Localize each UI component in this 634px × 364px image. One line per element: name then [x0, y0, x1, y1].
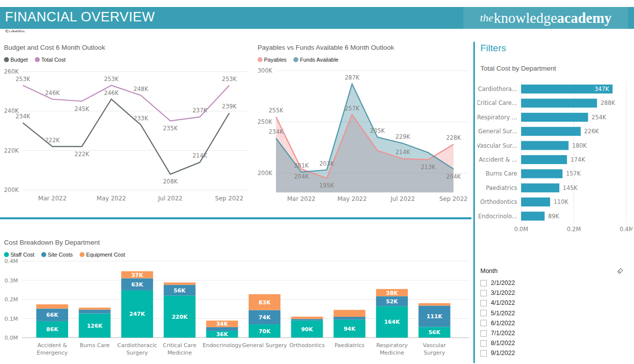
svg-text:Emergency: Emergency	[37, 350, 68, 356]
month-option-label: 5/1/2022	[491, 310, 515, 317]
svg-text:203K: 203K	[319, 160, 334, 167]
svg-text:Respiratory: Respiratory	[376, 342, 408, 349]
svg-text:0.0M: 0.0M	[4, 335, 18, 341]
payables-funds-legend: PayablesFunds Available	[258, 57, 473, 63]
svg-text:253K: 253K	[15, 76, 30, 83]
svg-text:239K: 239K	[222, 103, 237, 110]
svg-text:Paediatrics: Paediatrics	[486, 184, 517, 191]
legend-item[interactable]: Funds Available	[293, 57, 338, 63]
svg-text:56K: 56K	[174, 287, 185, 294]
svg-text:Paediatrics: Paediatrics	[335, 342, 364, 349]
svg-text:Orthodontics: Orthodontics	[289, 342, 325, 349]
svg-text:111K: 111K	[427, 313, 443, 320]
svg-text:287K: 287K	[345, 74, 360, 81]
legend-dot	[35, 57, 40, 62]
svg-text:247K: 247K	[129, 311, 145, 317]
month-checkbox-row[interactable]: 5/1/2022	[480, 308, 628, 318]
month-checkbox[interactable]	[480, 350, 487, 357]
svg-text:204K: 204K	[294, 173, 309, 180]
svg-text:90K: 90K	[301, 326, 313, 333]
svg-text:37K: 37K	[131, 272, 143, 278]
month-checkbox-row[interactable]: 3/1/2022	[480, 288, 628, 298]
month-checkbox[interactable]	[480, 320, 487, 326]
legend-item[interactable]: Site Costs	[41, 252, 73, 258]
svg-text:208K: 208K	[163, 178, 178, 185]
svg-text:General Sur...: General Sur...	[478, 128, 517, 135]
month-checkbox-row[interactable]: 4/1/2022	[480, 298, 628, 308]
legend-item[interactable]: Payables	[258, 57, 286, 63]
payables-funds-chart-title: Payables vs Funds Available 6 Month Outl…	[258, 44, 473, 51]
svg-text:Endocrinolo...: Endocrinolo...	[478, 213, 517, 220]
legend-label: Funds Available	[300, 57, 338, 63]
svg-text:83K: 83K	[259, 299, 271, 306]
svg-text:250K: 250K	[258, 118, 272, 125]
cost-breakdown-legend: Staff CostSite CostsEquipment Cost	[4, 252, 471, 258]
eraser-icon[interactable]	[617, 268, 624, 274]
svg-text:229K: 229K	[395, 133, 410, 140]
month-checkbox[interactable]	[480, 340, 487, 347]
month-checkbox[interactable]	[480, 280, 487, 286]
month-checkbox[interactable]	[480, 310, 487, 316]
svg-text:180K: 180K	[572, 142, 587, 149]
svg-text:Jul 2022: Jul 2022	[390, 195, 415, 202]
month-option-label: 8/1/2022	[491, 340, 515, 347]
legend-dot	[41, 252, 46, 257]
legend-label: Site Costs	[48, 252, 73, 258]
month-checkbox[interactable]	[480, 300, 487, 306]
svg-text:145K: 145K	[563, 184, 578, 191]
month-checkbox-row[interactable]: 2/1/2022	[480, 278, 628, 288]
svg-text:237K: 237K	[192, 107, 207, 114]
svg-text:246K: 246K	[104, 90, 119, 96]
svg-text:110K: 110K	[553, 198, 568, 205]
legend-item[interactable]: Budget	[4, 57, 28, 63]
svg-text:214K: 214K	[192, 152, 207, 159]
payables-funds-chart: Payables vs Funds Available 6 Month Outl…	[258, 44, 473, 213]
legend-label: Staff Cost	[10, 252, 34, 258]
legend-dot	[293, 57, 298, 62]
cost-breakdown-plot[interactable]: 0.4M0.3M0.2M0.1M0.0M86K66KAccident &Emer…	[4, 258, 471, 364]
svg-text:233K: 233K	[133, 115, 148, 122]
svg-text:0.1M: 0.1M	[4, 316, 18, 322]
month-option-label: 9/1/2022	[491, 350, 515, 357]
svg-text:234K: 234K	[269, 128, 283, 135]
cost-breakdown-chart: Cost Breakdown By Department Staff CostS…	[4, 239, 471, 363]
payables-funds-plot[interactable]: 300K250K200KMar 2022May 2022Jul 2022Sep …	[258, 65, 473, 207]
svg-text:Vascular Sur...: Vascular Sur...	[477, 142, 517, 149]
legend-label: Payables	[264, 57, 286, 63]
svg-text:220K: 220K	[172, 314, 187, 320]
month-checkbox[interactable]	[480, 330, 487, 337]
svg-text:254K: 254K	[592, 114, 607, 121]
svg-text:246K: 246K	[45, 90, 60, 96]
month-checkbox-row[interactable]: 8/1/2022	[480, 338, 628, 348]
month-option-label: 2/1/2022	[491, 279, 515, 286]
page-title: FINANCIAL OVERVIEW	[5, 9, 155, 25]
svg-text:66K: 66K	[46, 312, 58, 318]
subtitle-clipped: Subtitle	[5, 29, 65, 32]
svg-text:Critical Care: Critical Care	[163, 342, 196, 349]
month-option-label: 7/1/2022	[491, 330, 515, 337]
svg-text:Medicine: Medicine	[380, 350, 404, 356]
legend-item[interactable]: Equipment Cost	[80, 252, 125, 258]
svg-text:86K: 86K	[46, 326, 58, 333]
svg-text:Mar 2022: Mar 2022	[287, 195, 316, 202]
legend-item[interactable]: Staff Cost	[4, 252, 34, 258]
total-cost-by-department-plot[interactable]: 0.0M0.2M0.4MCardiothora...347KCritical C…	[477, 74, 633, 237]
svg-text:May 2022: May 2022	[96, 195, 126, 202]
month-checkbox[interactable]	[480, 290, 487, 296]
legend-item[interactable]: Total Cost	[35, 57, 66, 63]
month-checkbox-row[interactable]: 7/1/2022	[480, 328, 628, 338]
cost-breakdown-chart-title: Cost Breakdown By Department	[4, 239, 471, 246]
horizontal-divider	[0, 217, 471, 219]
svg-text:Vascular: Vascular	[423, 342, 446, 349]
month-checkbox-row[interactable]: 9/1/2022	[480, 348, 628, 358]
svg-text:255K: 255K	[269, 107, 283, 114]
svg-text:347K: 347K	[594, 86, 609, 92]
svg-text:126K: 126K	[87, 323, 103, 329]
svg-text:288K: 288K	[601, 99, 616, 106]
svg-text:248K: 248K	[133, 86, 148, 92]
month-slicer-title: Month	[480, 268, 498, 274]
legend-dot	[80, 252, 85, 257]
budget-cost-plot[interactable]: 260K240K220K200KMar 2022May 2022Jul 2022…	[4, 65, 255, 207]
budget-cost-legend: BudgetTotal Cost	[4, 57, 255, 63]
month-checkbox-row[interactable]: 6/1/2022	[480, 318, 628, 328]
